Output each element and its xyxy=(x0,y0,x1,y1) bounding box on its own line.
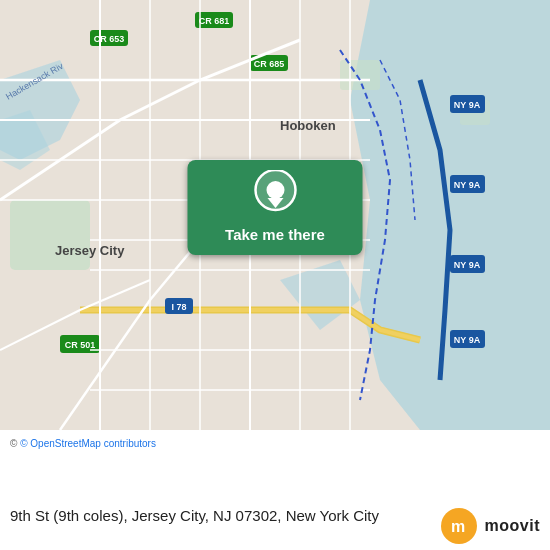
osm-copyright-symbol: © xyxy=(10,438,17,449)
moovit-logo: m moovit xyxy=(441,508,540,544)
moovit-logo-container: m moovit xyxy=(441,508,540,544)
svg-rect-2 xyxy=(340,60,380,90)
svg-text:NY 9A: NY 9A xyxy=(454,180,481,190)
svg-text:CR 681: CR 681 xyxy=(199,16,230,26)
take-me-there-label: Take me there xyxy=(225,226,325,243)
svg-point-43 xyxy=(266,181,284,199)
svg-text:NY 9A: NY 9A xyxy=(454,260,481,270)
map-pin-icon xyxy=(253,170,297,225)
svg-rect-1 xyxy=(10,200,90,270)
take-me-there-button[interactable]: Take me there xyxy=(188,160,363,255)
svg-text:Jersey City: Jersey City xyxy=(55,243,125,258)
svg-text:CR 685: CR 685 xyxy=(254,59,285,69)
osm-attribution: © © OpenStreetMap contributors xyxy=(10,438,540,449)
osm-link[interactable]: © OpenStreetMap contributors xyxy=(20,438,156,449)
svg-text:NY 9A: NY 9A xyxy=(454,100,481,110)
svg-text:CR 501: CR 501 xyxy=(65,340,96,350)
location-text: 9th St (9th coles), Jersey City, NJ 0730… xyxy=(10,506,431,526)
moovit-wordmark: moovit xyxy=(485,517,540,535)
osm-link-text: © OpenStreetMap contributors xyxy=(20,438,156,449)
svg-text:NY 9A: NY 9A xyxy=(454,335,481,345)
bottom-bar: © © OpenStreetMap contributors 9th St (9… xyxy=(0,430,550,550)
svg-text:Hoboken: Hoboken xyxy=(280,118,336,133)
moovit-text: moovit xyxy=(485,517,540,535)
moovit-icon: m xyxy=(441,508,477,544)
svg-text:CR 653: CR 653 xyxy=(94,34,125,44)
svg-text:I 78: I 78 xyxy=(171,302,186,312)
svg-text:m: m xyxy=(451,518,465,535)
map-view: I 78 NY 9A NY 9A NY 9A NY 9A CR 501 CR 6… xyxy=(0,0,550,430)
location-row: 9th St (9th coles), Jersey City, NJ 0730… xyxy=(10,506,540,544)
